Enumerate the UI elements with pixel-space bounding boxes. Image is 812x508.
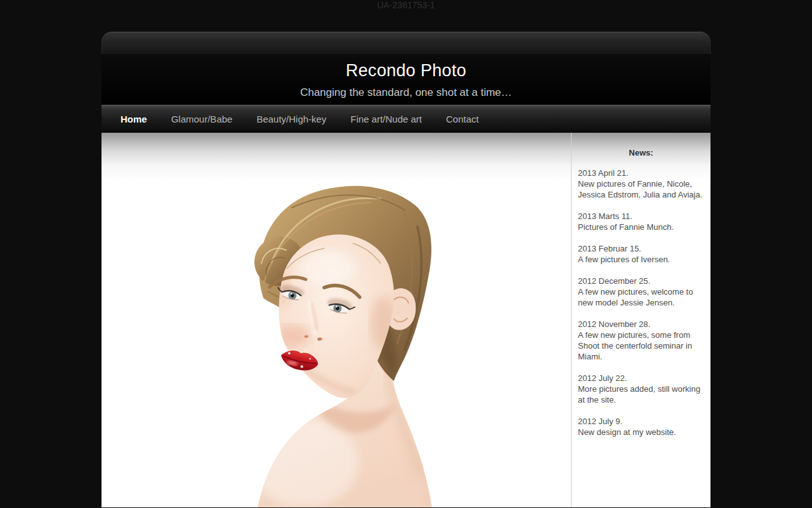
- news-entry-text: A few new pictures, some from Shoot the …: [578, 330, 692, 361]
- news-entry: 2012 July 9.New design at my website.: [578, 416, 704, 438]
- news-entry-date: 2013 Marts 11.: [578, 211, 704, 222]
- nav-item-home[interactable]: Home: [121, 114, 147, 124]
- nav-item-fine-art-nude-art[interactable]: Fine art/Nude art: [350, 114, 422, 124]
- news-entry-date: 2012 December 25.: [578, 276, 704, 286]
- nav-item-beauty-high-key[interactable]: Beauty/High-key: [256, 114, 326, 124]
- news-entry-text: A few new pictures, welcome to new model…: [578, 287, 693, 307]
- news-entry: 2012 July 22.More pictures added, still …: [578, 373, 704, 405]
- news-entry-date: 2012 July 22.: [578, 373, 704, 384]
- content-area: News: 2013 April 21.New pictures of Fann…: [102, 133, 710, 507]
- news-entry: 2013 April 21.New pictures of Fannie, Ni…: [578, 168, 704, 200]
- news-entry-text: New pictures of Fannie, Nicole, Jessica …: [578, 179, 702, 199]
- news-sidebar: News: 2013 April 21.New pictures of Fann…: [571, 133, 710, 507]
- news-entry-text: A few pictures of Iversen.: [578, 255, 670, 264]
- news-entry-date: 2013 Februar 15.: [578, 243, 704, 254]
- news-entry: 2013 Februar 15.A few pictures of Iverse…: [578, 243, 704, 265]
- news-entry: 2012 December 25.A few new pictures, wel…: [578, 276, 704, 308]
- news-entry: 2012 November 28.A few new pictures, som…: [578, 319, 704, 362]
- news-title: News:: [578, 148, 704, 157]
- news-entry-date: 2012 November 28.: [578, 319, 704, 330]
- news-entry-date: 2012 July 9.: [578, 416, 704, 427]
- analytics-id-text: UA-2361753-1: [0, 0, 812, 11]
- portrait-photo: [102, 133, 571, 507]
- news-entry-text: More pictures added, still working at th…: [578, 384, 700, 404]
- nav-item-glamour-babe[interactable]: Glamour/Babe: [171, 114, 233, 124]
- news-entry-date: 2013 April 21.: [578, 168, 704, 178]
- page-container: Recondo Photo Changing the standard, one…: [102, 32, 710, 508]
- nav-item-contact[interactable]: Contact: [446, 114, 479, 124]
- featured-photo-panel: [102, 133, 571, 507]
- news-entry-text: New design at my website.: [578, 427, 676, 437]
- main-nav: Home Glamour/Babe Beauty/High-key Fine a…: [102, 105, 710, 133]
- news-entry: 2013 Marts 11.Pictures of Fannie Munch.: [578, 211, 704, 232]
- site-header: Recondo Photo Changing the standard, one…: [102, 54, 710, 105]
- header-cap: [102, 32, 710, 54]
- news-entry-text: Pictures of Fannie Munch.: [578, 222, 674, 232]
- site-title: Recondo Photo: [102, 61, 710, 81]
- site-tagline: Changing the standard, one shot at a tim…: [102, 86, 710, 99]
